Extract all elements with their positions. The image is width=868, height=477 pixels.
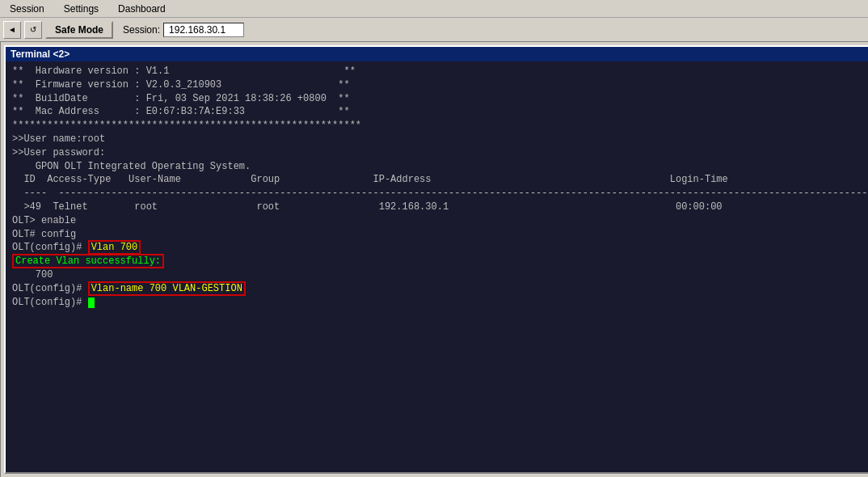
term-header-line: ** Hardware version : V1.1 ** (12, 65, 868, 78)
term-table-header: ID Access-Type User-Name Group IP-Addres… (12, 173, 868, 187)
menu-settings[interactable]: Settings (57, 2, 105, 16)
term-highlighted-cmd: Vlan 700 (88, 240, 141, 255)
term-highlighted-cmd: Vlan-name 700 VLAN-GESTION (88, 281, 246, 296)
safe-mode-button[interactable]: Safe Mode (45, 21, 113, 39)
menu-bar: Session Settings Dashboard (0, 0, 868, 18)
menu-session[interactable]: Session (3, 2, 51, 16)
term-header-line: ****************************************… (12, 119, 868, 133)
term-table-divider: ---- -----------------------------------… (12, 187, 868, 201)
term-table-row: >49 Telnet root root 192.168.30.1 00:00:… (12, 201, 868, 214)
term-highlighted-response: Create Vlan successfully: (12, 254, 164, 268)
term-command-line: OLT(config)# Vlan 700 (12, 241, 868, 255)
term-header-line: ** Mac Address : E0:67:B3:7A:E9:33 ** (12, 105, 868, 119)
terminal-body[interactable]: ** Hardware version : V1.1 **** Firmware… (6, 61, 868, 472)
terminal-cursor (88, 298, 95, 308)
session-label: Session: (123, 24, 160, 36)
term-header-line: ** Firmware version : V2.0.3_210903 ** (12, 78, 868, 92)
term-header-line: ** BuildDate : Fri, 03 Sep 2021 18:38:26… (12, 92, 868, 106)
term-login-line: >>User name:root (12, 133, 868, 146)
back-button[interactable]: ◄ (3, 21, 21, 39)
terminal-content: ** Hardware version : V1.1 **** Firmware… (12, 65, 868, 309)
toolbar: ◄ ↺ Safe Mode Session: 192.168.30.1 (0, 18, 868, 42)
term-command-line: OLT# config (12, 228, 868, 242)
terminal-titlebar: Terminal <2> _ □ ✕ (6, 47, 868, 61)
term-system-name: GPON OLT Integrated Operating System. (12, 160, 868, 174)
session-ip: 192.168.30.1 (163, 23, 244, 37)
term-command-line: OLT(config)# (12, 296, 868, 310)
term-command-line: OLT> enable (12, 214, 868, 228)
terminal-title: Terminal <2> (11, 49, 70, 60)
term-command-line: Create Vlan successfully: (12, 255, 868, 268)
terminal-container: Terminal <2> _ □ ✕ ** Hardware version :… (1, 42, 868, 477)
main-layout: /inBox ⚙Quick Set■CAPsMAN▤Interfaces◉Wir… (0, 42, 868, 477)
term-command-line: OLT(config)# Vlan-name 700 VLAN-GESTION (12, 282, 868, 296)
term-command-line: 700 (12, 268, 868, 282)
menu-dashboard[interactable]: Dashboard (112, 2, 172, 16)
term-login-line: >>User password: (12, 146, 868, 160)
terminal-window: Terminal <2> _ □ ✕ ** Hardware version :… (4, 45, 868, 474)
refresh-button[interactable]: ↺ (24, 21, 42, 39)
